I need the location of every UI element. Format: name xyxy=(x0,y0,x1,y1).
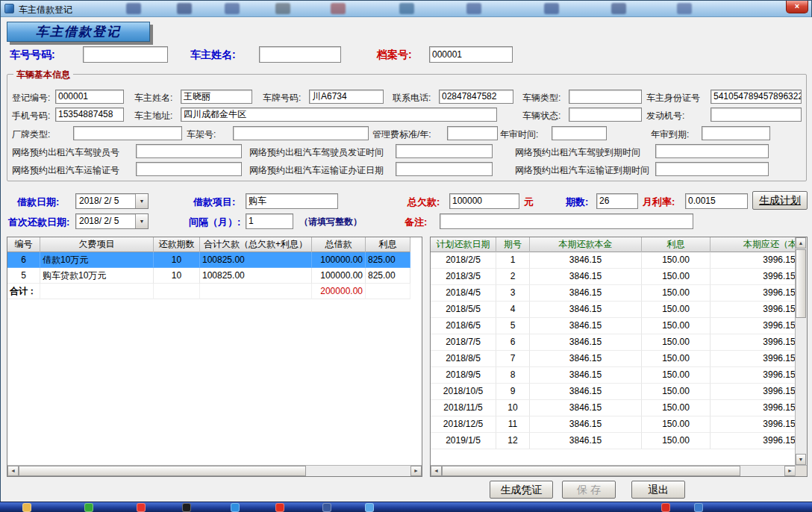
cell: 2018/8/5 xyxy=(431,351,496,367)
folder-icon[interactable] xyxy=(22,503,31,512)
plan-table-row[interactable]: 2018/7/563846.15150.003996.15 xyxy=(431,334,796,351)
plan-table-row[interactable]: 2018/9/583846.15150.003996.15 xyxy=(431,367,796,384)
taskbar[interactable] xyxy=(0,502,812,512)
scroll-thumb[interactable] xyxy=(19,466,306,476)
window-body: 车主借款登记 车号号码: 车主姓名: 档案号: 000001 车辆基本信息 登记… xyxy=(1,17,812,502)
vi-owner-name-input[interactable]: 王晓丽 xyxy=(181,90,252,104)
cell: 100000.00 xyxy=(312,268,366,284)
cell: 3996.15 xyxy=(710,416,796,433)
plan-table-row[interactable]: 2018/4/533846.15150.003996.15 xyxy=(431,285,796,302)
net-transport-expire-input[interactable] xyxy=(655,162,769,176)
vehicle-status-input[interactable] xyxy=(569,107,642,122)
vehicle-type-input[interactable] xyxy=(569,90,642,104)
frame-no-label: 车架号: xyxy=(187,128,216,141)
debt-table-row[interactable]: 6借款10万元10100825.00100000.00825.00 xyxy=(7,252,410,268)
debt-table-row[interactable]: 5购车贷款10万元10100825.00100000.00825.00 xyxy=(7,268,410,284)
dark-music-icon[interactable] xyxy=(182,503,191,512)
plan-table-row[interactable]: 2019/1/5123846.15150.003996.15 xyxy=(431,433,796,449)
scroll-left-button[interactable]: ◄ xyxy=(7,466,19,476)
owner-name-input[interactable] xyxy=(259,46,341,63)
loan-item-input[interactable]: 购车 xyxy=(246,193,338,209)
net-driver-no-input[interactable] xyxy=(136,144,242,158)
exit-button[interactable]: 退出 xyxy=(631,481,685,499)
total-debt-input[interactable]: 100000 xyxy=(449,193,519,209)
plan-table-row[interactable]: 2018/6/553846.15150.003996.15 xyxy=(431,318,796,334)
cell: 3846.15 xyxy=(530,384,642,400)
cell: 11 xyxy=(496,416,530,433)
frame-no-input[interactable] xyxy=(233,126,369,140)
plan-table-row[interactable]: 2018/3/523846.15150.003996.15 xyxy=(431,269,796,285)
net-transport-no-input[interactable] xyxy=(136,162,242,176)
annual-check-expire-input[interactable] xyxy=(702,126,770,140)
cell: 3846.15 xyxy=(530,367,642,384)
cell: 6 xyxy=(7,252,40,268)
interval-input[interactable]: 1 xyxy=(246,213,293,229)
cell: 12 xyxy=(496,433,530,449)
mobile-input[interactable]: 15354887458 xyxy=(55,107,124,122)
first-repay-date-combo[interactable]: 2018/ 2/ 5 ▼ xyxy=(75,213,149,229)
annual-check-time-input[interactable] xyxy=(552,126,607,140)
plan-table-row[interactable]: 2018/11/5103846.15150.003996.15 xyxy=(431,400,796,416)
scroll-thumb[interactable] xyxy=(442,466,740,476)
plan-table-hscrollbar[interactable]: ◄ ► xyxy=(431,465,796,476)
media-app-icon[interactable] xyxy=(365,503,374,512)
dropdown-icon[interactable]: ▼ xyxy=(135,214,148,228)
cell: 合计： xyxy=(7,284,40,299)
blue-app-icon[interactable] xyxy=(231,503,240,512)
vehicle-no-input[interactable] xyxy=(83,46,168,63)
scroll-right-button[interactable]: ► xyxy=(410,466,422,476)
generate-plan-button[interactable]: 生成计划 xyxy=(752,191,808,210)
red-music-icon[interactable] xyxy=(137,503,146,512)
plan-column-header: 本期还款本金 xyxy=(530,237,642,252)
facebook-icon[interactable] xyxy=(322,503,331,512)
plan-table-vscrollbar[interactable]: ▲ ▼ xyxy=(795,237,807,465)
brand-type-input[interactable] xyxy=(73,126,182,140)
net-driver-expire-input[interactable] xyxy=(655,144,769,158)
net-transport-expire-label: 网络预约出租汽车运输证到期时间 xyxy=(515,164,649,177)
plate-no-input[interactable]: 川A6734 xyxy=(309,90,384,104)
scroll-right-button[interactable]: ► xyxy=(784,466,796,476)
close-button[interactable]: × xyxy=(786,1,808,13)
plan-table-row[interactable]: 2018/2/513846.15150.003996.15 xyxy=(431,252,796,269)
plan-table-row[interactable]: 2018/10/593846.15150.003996.15 xyxy=(431,384,796,400)
scroll-down-button[interactable]: ▼ xyxy=(796,454,806,465)
engine-no-input[interactable] xyxy=(710,107,802,122)
tray-red-icon[interactable] xyxy=(661,503,670,512)
net-transport-issue-input[interactable] xyxy=(396,162,493,176)
cell: 150.00 xyxy=(642,334,710,351)
save-button[interactable]: 保 存 xyxy=(562,481,616,499)
monthly-rate-input[interactable]: 0.0015 xyxy=(685,193,748,209)
title-bar[interactable]: 车主借款登记 × xyxy=(1,1,811,17)
mgmt-fee-label: 管理费标准/年: xyxy=(372,128,431,141)
net-driver-issue-input[interactable] xyxy=(396,144,493,158)
generate-voucher-button[interactable]: 生成凭证 xyxy=(490,481,553,499)
id-no-input[interactable]: 541054789457896322 xyxy=(710,90,802,104)
mgmt-fee-input[interactable] xyxy=(447,126,498,140)
remark-input[interactable] xyxy=(440,213,693,229)
plan-table-row[interactable]: 2018/5/543846.15150.003996.15 xyxy=(431,302,796,318)
file-no-label: 档案号: xyxy=(377,49,412,62)
cell: 2018/7/5 xyxy=(431,334,496,351)
periods-input[interactable]: 26 xyxy=(596,193,638,209)
scroll-left-button[interactable]: ◄ xyxy=(431,466,442,476)
plan-table-row[interactable]: 2018/8/573846.15150.003996.15 xyxy=(431,351,796,367)
green-app-icon[interactable] xyxy=(84,503,93,512)
address-input[interactable]: 四川成都金牛区 xyxy=(181,107,497,122)
red-video-icon[interactable] xyxy=(275,503,284,512)
cell: 3846.15 xyxy=(530,318,642,334)
scroll-up-button[interactable]: ▲ xyxy=(796,237,806,249)
scroll-thumb[interactable] xyxy=(796,249,806,318)
cell: 150.00 xyxy=(642,252,710,269)
tray-blue-icon[interactable] xyxy=(694,503,703,512)
phone-input[interactable]: 02847847582 xyxy=(439,90,513,104)
cell: 2019/1/5 xyxy=(431,433,496,449)
reg-no-input[interactable]: 000001 xyxy=(55,90,124,104)
cell: 150.00 xyxy=(642,285,710,302)
cell: 100825.00 xyxy=(200,268,312,284)
plan-table-row[interactable]: 2018/12/5113846.15150.003996.15 xyxy=(431,416,796,433)
file-no-input[interactable]: 000001 xyxy=(429,46,513,63)
loan-date-combo[interactable]: 2018/ 2/ 5 ▼ xyxy=(75,193,149,209)
debt-table-hscrollbar[interactable]: ◄ ► xyxy=(7,465,422,476)
dropdown-icon[interactable]: ▼ xyxy=(135,194,148,208)
plan-table-rows: 2018/2/513846.15150.003996.152018/3/5238… xyxy=(431,252,796,449)
